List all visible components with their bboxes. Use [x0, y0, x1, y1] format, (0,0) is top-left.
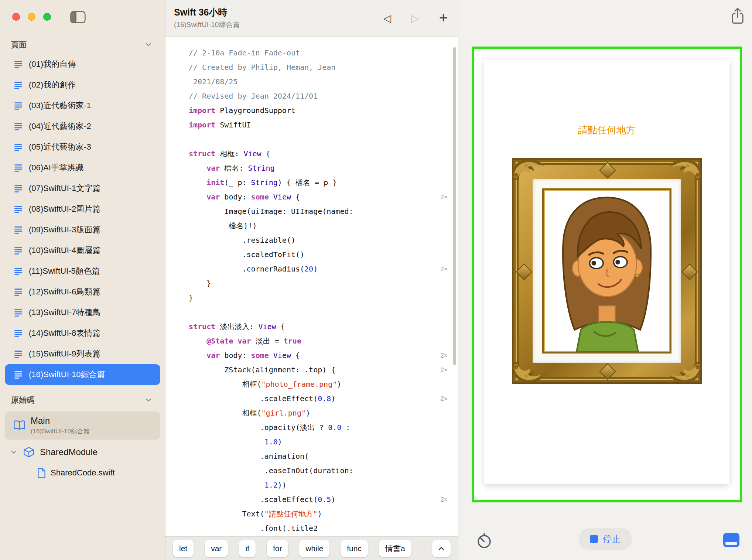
- sidebar-item-page-1[interactable]: (01)我的自傳: [5, 54, 160, 75]
- frame-edge-ornament-icon: [681, 263, 698, 280]
- frame-edge-ornament-icon: [599, 363, 616, 380]
- code-line: 2021/08/25: [189, 75, 458, 89]
- keyboard-key-for[interactable]: for: [267, 540, 288, 557]
- sidebar-item-page-16[interactable]: (16)SwiftUI-10綜合篇: [5, 364, 160, 385]
- main-item-subtitle: (16)SwiftUI-10綜合篇: [31, 427, 90, 436]
- back-button[interactable]: ◁: [383, 13, 392, 24]
- code-line: // Created by Philip, Heman, Jean: [189, 60, 458, 75]
- sidebar-item-sharedmodule[interactable]: SharedModule: [0, 442, 165, 462]
- code-area[interactable]: // 2-10a Fade-in Fade-out// Created by P…: [165, 37, 458, 536]
- code-line: 相框("photo_frame.png"): [189, 377, 458, 392]
- page-item-label: (05)近代藝術家-3: [29, 141, 91, 153]
- text-lines-icon: [13, 163, 23, 173]
- page-subtitle: (16)SwiftUI-10綜合篇: [174, 20, 240, 30]
- keyboard-key-xa[interactable]: 情書a: [379, 540, 411, 557]
- girl-portrait-image: [542, 188, 671, 354]
- forward-button[interactable]: ▷: [411, 13, 419, 24]
- keyboard-key-let[interactable]: let: [173, 540, 194, 557]
- main-item-title: Main: [31, 416, 90, 426]
- text-lines-icon: [13, 370, 23, 380]
- run-count-badge[interactable]: 2×: [441, 190, 448, 204]
- code-line: // Revised by Jean 2024/11/01: [189, 89, 458, 103]
- source-section-label: 原始碼: [11, 395, 34, 405]
- code-line: [189, 132, 458, 147]
- code-line: 1.0): [189, 435, 458, 449]
- disclosure-chevron-icon[interactable]: [10, 448, 18, 456]
- code-line: import SwiftUI: [189, 118, 458, 132]
- code-line: .opacity(淡出 ? 0.0 :: [189, 420, 458, 435]
- sidebar-item-main[interactable]: Main (16)SwiftUI-10綜合篇: [5, 412, 160, 440]
- keyboard-key-func[interactable]: func: [341, 540, 368, 557]
- page-item-label: (01)我的自傳: [29, 59, 76, 70]
- code-line: .easeInOut(duration:: [189, 464, 458, 478]
- keyboard-key-var[interactable]: var: [205, 540, 228, 557]
- add-button[interactable]: +: [439, 10, 448, 25]
- text-lines-icon: [13, 122, 23, 132]
- text-lines-icon: [13, 184, 23, 194]
- sidebar-item-page-13[interactable]: (13)SwiftUI-7特種鳥: [5, 302, 160, 323]
- hide-keyboard-button[interactable]: [432, 540, 451, 557]
- zoom-button[interactable]: [43, 13, 51, 21]
- swift-playgrounds-window: 頁面 (01)我的自傳(02)我的創作(03)近代藝術家-1(04)近代藝術家-…: [0, 0, 752, 560]
- code-line: .animation(: [189, 449, 458, 464]
- sidebar-item-page-5[interactable]: (05)近代藝術家-3: [5, 137, 160, 157]
- pages-section-label: 頁面: [11, 40, 27, 50]
- sidebar-item-page-3[interactable]: (03)近代藝術家-1: [5, 95, 160, 116]
- code-line: var body: some View {2×: [189, 348, 458, 363]
- sidebar-item-page-15[interactable]: (15)SwiftUI-9列表篇: [5, 344, 160, 364]
- code-line: import PlaygroundSupport: [189, 103, 458, 118]
- code-line: struct 相框: View {: [189, 147, 458, 161]
- keyboard-key-if[interactable]: if: [239, 540, 256, 557]
- close-button[interactable]: [12, 13, 20, 21]
- run-count-badge[interactable]: 2×: [441, 262, 448, 276]
- sidebar-item-sharedcode[interactable]: SharedCode.swift: [0, 462, 165, 483]
- frame-edge-ornament-icon: [516, 263, 532, 280]
- sidebar-item-page-9[interactable]: (09)SwiftUI-3版面篇: [5, 219, 160, 240]
- run-timer-icon[interactable]: [476, 532, 492, 549]
- code-editor-pane: Swift 36小時 (16)SwiftUI-10綜合篇 ◁ ▷ + // 2-…: [165, 0, 458, 560]
- run-count-badge[interactable]: 2×: [441, 492, 448, 507]
- live-view-run-border: 請點任何地方: [472, 47, 742, 502]
- document-title-block: Swift 36小時 (16)SwiftUI-10綜合篇: [174, 6, 240, 30]
- page-item-label: (11)SwiftUI-5顏色篇: [29, 266, 100, 277]
- share-icon[interactable]: [731, 7, 744, 23]
- document-icon: [37, 468, 46, 478]
- sidebar-item-page-4[interactable]: (04)近代藝術家-2: [5, 116, 160, 137]
- code-line: var body: some View {2×: [189, 190, 458, 204]
- keyboard-key-while[interactable]: while: [299, 540, 329, 557]
- sidebar-item-page-7[interactable]: (07)SwiftUI-1文字篇: [5, 178, 160, 199]
- stop-button[interactable]: 停止: [579, 528, 632, 550]
- live-view[interactable]: 請點任何地方: [484, 60, 729, 484]
- code-line: @State var 淡出 = true: [189, 334, 458, 348]
- scrollbar[interactable]: [453, 47, 456, 365]
- sidebar-toggle-icon[interactable]: [70, 11, 86, 24]
- live-view-layout-icon[interactable]: [722, 532, 741, 549]
- sidebar-item-page-10[interactable]: (10)SwiftUI-4圖層篇: [5, 240, 160, 261]
- run-count-badge[interactable]: 2×: [441, 348, 448, 363]
- sidebar-item-page-2[interactable]: (02)我的創作: [5, 75, 160, 95]
- source-section-header[interactable]: 原始碼: [0, 391, 165, 409]
- run-count-badge[interactable]: 2×: [441, 363, 448, 377]
- keyboard-keys: letvarifforwhilefunc情書a: [173, 540, 411, 557]
- text-lines-icon: [13, 142, 23, 152]
- text-lines-icon: [13, 266, 23, 276]
- page-item-label: (09)SwiftUI-3版面篇: [29, 224, 100, 235]
- page-item-label: (02)我的創作: [29, 79, 76, 91]
- sidebar-item-page-11[interactable]: (11)SwiftUI-5顏色篇: [5, 261, 160, 281]
- page-item-label: (04)近代藝術家-2: [29, 121, 91, 132]
- sidebar-item-page-6[interactable]: (06)AI手掌辨識: [5, 157, 160, 178]
- page-item-label: (14)SwiftUI-8表情篇: [29, 328, 100, 339]
- cube-icon: [23, 447, 34, 458]
- chevron-down-icon: [144, 396, 153, 404]
- sidebar-item-page-12[interactable]: (12)SwiftUI-6鳥類篇: [5, 281, 160, 302]
- code-line: struct 淡出淡入: View {: [189, 320, 458, 334]
- sidebar-item-page-8[interactable]: (08)SwiftUI-2圖片篇: [5, 199, 160, 219]
- editor-header: Swift 36小時 (16)SwiftUI-10綜合篇 ◁ ▷ +: [165, 0, 458, 37]
- minimize-button[interactable]: [28, 13, 35, 21]
- code-line: 1.2)): [189, 478, 458, 492]
- run-count-badge[interactable]: 2×: [441, 392, 448, 406]
- pages-section-header[interactable]: 頁面: [0, 35, 165, 54]
- text-lines-icon: [13, 287, 23, 297]
- sidebar-item-page-14[interactable]: (14)SwiftUI-8表情篇: [5, 323, 160, 344]
- page-item-label: (07)SwiftUI-1文字篇: [29, 183, 100, 194]
